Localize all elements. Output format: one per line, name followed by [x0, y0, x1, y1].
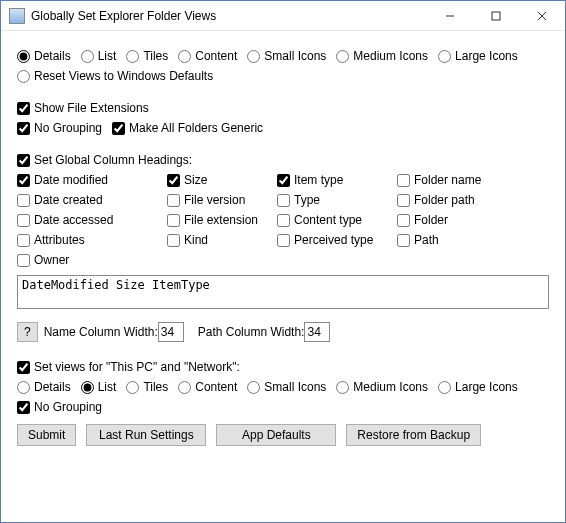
check-file-extension[interactable]: File extension	[167, 213, 267, 227]
app-defaults-button[interactable]: App Defaults	[216, 424, 336, 446]
check-show-file-ext[interactable]: Show File Extensions	[17, 101, 149, 115]
check-owner[interactable]: Owner	[17, 253, 157, 267]
radio-details-label: Details	[34, 49, 71, 63]
svg-rect-1	[492, 12, 500, 20]
check-no-grouping-label: No Grouping	[34, 121, 102, 135]
minimize-button[interactable]	[427, 1, 473, 30]
radio2-medium-icons[interactable]: Medium Icons	[336, 380, 428, 394]
check-perceived-type[interactable]: Perceived type	[277, 233, 387, 247]
check-date-accessed[interactable]: Date accessed	[17, 213, 157, 227]
check-content-type[interactable]: Content type	[277, 213, 387, 227]
check-type[interactable]: Type	[277, 193, 387, 207]
name-col-width-label: Name Column Width:	[44, 325, 158, 339]
radio2-small-icons[interactable]: Small Icons	[247, 380, 326, 394]
radio2-details[interactable]: Details	[17, 380, 71, 394]
close-button[interactable]	[519, 1, 565, 30]
help-button[interactable]: ?	[17, 322, 38, 342]
radio-list-label: List	[98, 49, 117, 63]
check-folder-path[interactable]: Folder path	[397, 193, 517, 207]
check-kind[interactable]: Kind	[167, 233, 267, 247]
check-attributes[interactable]: Attributes	[17, 233, 157, 247]
maximize-button[interactable]	[473, 1, 519, 30]
radio-reset-views[interactable]: Reset Views to Windows Defaults	[17, 69, 213, 83]
restore-button[interactable]: Restore from Backup	[346, 424, 481, 446]
view-mode-group-2: Details List Tiles Content Small Icons M…	[17, 380, 549, 394]
check-path[interactable]: Path	[397, 233, 517, 247]
radio-content[interactable]: Content	[178, 49, 237, 63]
radio-details[interactable]: Details	[17, 49, 71, 63]
check-date-modified[interactable]: Date modified	[17, 173, 157, 187]
footer-buttons: Submit Last Run Settings App Defaults Re…	[17, 424, 549, 446]
check-file-version[interactable]: File version	[167, 193, 267, 207]
check-folder[interactable]: Folder	[397, 213, 517, 227]
submit-button[interactable]: Submit	[17, 424, 76, 446]
check-set-views-thispc[interactable]: Set views for "This PC" and "Network":	[17, 360, 240, 374]
radio-small-icons[interactable]: Small Icons	[247, 49, 326, 63]
radio2-content[interactable]: Content	[178, 380, 237, 394]
radio-tiles-label: Tiles	[143, 49, 168, 63]
content-area: Details List Tiles Content Small Icons M…	[1, 31, 565, 456]
radio-list[interactable]: List	[81, 49, 117, 63]
app-icon	[9, 8, 25, 24]
check-make-generic-label: Make All Folders Generic	[129, 121, 263, 135]
check-set-columns[interactable]: Set Global Column Headings:	[17, 153, 192, 167]
window-title: Globally Set Explorer Folder Views	[31, 9, 427, 23]
last-run-button[interactable]: Last Run Settings	[86, 424, 206, 446]
view-mode-group: Details List Tiles Content Small Icons M…	[17, 49, 549, 63]
check-no-grouping[interactable]: No Grouping	[17, 121, 102, 135]
check-set-columns-label: Set Global Column Headings:	[34, 153, 192, 167]
path-col-width-label: Path Column Width:	[198, 325, 305, 339]
radio-medium-icons[interactable]: Medium Icons	[336, 49, 428, 63]
check-date-created[interactable]: Date created	[17, 193, 157, 207]
path-col-width-input[interactable]	[304, 322, 330, 342]
columns-grid: Date modified Size Item type Folder name…	[17, 173, 549, 267]
check-size[interactable]: Size	[167, 173, 267, 187]
check-folder-name[interactable]: Folder name	[397, 173, 517, 187]
check-show-file-ext-label: Show File Extensions	[34, 101, 149, 115]
radio2-list[interactable]: List	[81, 380, 117, 394]
check-make-generic[interactable]: Make All Folders Generic	[112, 121, 263, 135]
window-buttons	[427, 1, 565, 30]
radio-large-icons-label: Large Icons	[455, 49, 518, 63]
radio-reset-views-label: Reset Views to Windows Defaults	[34, 69, 213, 83]
columns-text-input[interactable]	[17, 275, 549, 309]
name-col-width-input[interactable]	[158, 322, 184, 342]
radio-small-icons-label: Small Icons	[264, 49, 326, 63]
radio-tiles[interactable]: Tiles	[126, 49, 168, 63]
titlebar: Globally Set Explorer Folder Views	[1, 1, 565, 31]
radio2-tiles[interactable]: Tiles	[126, 380, 168, 394]
check-item-type[interactable]: Item type	[277, 173, 387, 187]
radio2-large-icons[interactable]: Large Icons	[438, 380, 518, 394]
radio-medium-icons-label: Medium Icons	[353, 49, 428, 63]
check-set-views-thispc-label: Set views for "This PC" and "Network":	[34, 360, 240, 374]
radio-content-label: Content	[195, 49, 237, 63]
check-no-grouping-2[interactable]: No Grouping	[17, 400, 102, 414]
radio-large-icons[interactable]: Large Icons	[438, 49, 518, 63]
